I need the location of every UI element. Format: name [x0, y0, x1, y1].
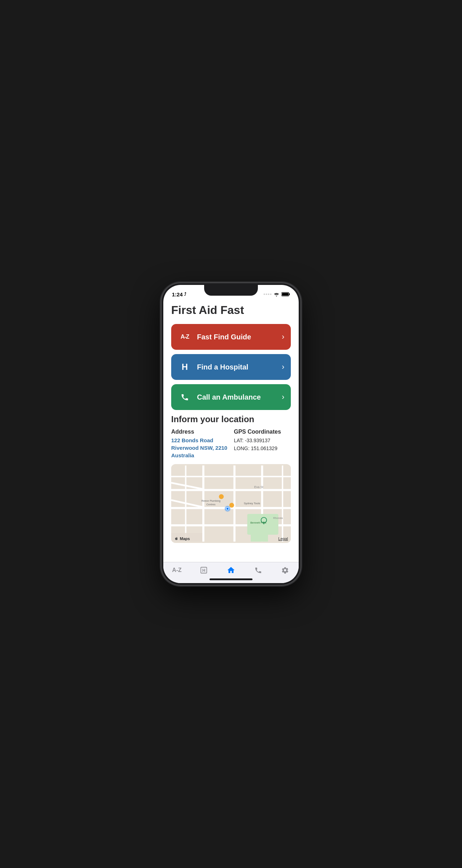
map-attribution: Maps — [174, 536, 190, 541]
svg-text:Rhonda: Rhonda — [273, 516, 283, 520]
hospital-label: Find a Hospital — [197, 363, 277, 371]
tab-az-icon: A-Z — [172, 567, 182, 573]
phone-icon — [178, 390, 192, 404]
battery-icon — [281, 292, 290, 296]
tab-az[interactable]: A-Z — [163, 567, 191, 573]
svg-point-21 — [219, 494, 224, 499]
long-value: LONG: 151.061329 — [234, 444, 291, 452]
address-value: 122 Bonds Road Riverwood NSW, 2210 Austr… — [171, 437, 228, 459]
svg-rect-2 — [282, 293, 288, 296]
main-content: First Aid Fast A-Z Fast Find Guide › H F… — [163, 301, 299, 562]
tab-home-icon — [227, 566, 235, 574]
notch — [204, 285, 258, 296]
tab-phone-icon — [254, 566, 262, 574]
svg-rect-1 — [289, 293, 290, 295]
svg-text:Bennett Park: Bennett Park — [250, 521, 266, 524]
hospital-h-icon: H — [178, 360, 192, 374]
location-section-title: Inform your location — [171, 414, 291, 424]
fast-find-guide-button[interactable]: A-Z Fast Find Guide › — [171, 324, 291, 350]
svg-rect-7 — [171, 476, 291, 477]
chevron-icon-green: › — [282, 392, 284, 402]
map-svg: Eva St Rhonda Reece Plumbing Centres Syd… — [171, 464, 291, 543]
phone-frame: 1:24 ⤴ — [161, 283, 301, 585]
call-ambulance-button[interactable]: Call an Ambulance › — [171, 384, 291, 410]
screen: 1:24 ⤴ — [163, 285, 299, 583]
svg-text:Sydney Tools: Sydney Tools — [244, 502, 260, 505]
address-block: Address 122 Bonds Road Riverwood NSW, 22… — [171, 429, 228, 459]
status-time: 1:24 ⤴ — [172, 291, 186, 297]
svg-rect-12 — [282, 466, 283, 542]
az-icon: A-Z — [178, 330, 192, 344]
svg-rect-4 — [171, 489, 291, 491]
fast-find-label: Fast Find Guide — [197, 333, 277, 341]
chevron-icon-red: › — [282, 332, 284, 342]
tab-hospital-icon: H — [200, 566, 208, 574]
svg-point-28 — [226, 507, 229, 510]
map-container[interactable]: Eva St Rhonda Reece Plumbing Centres Syd… — [171, 464, 291, 543]
address-label: Address — [171, 429, 228, 435]
tab-hospital[interactable]: H — [191, 566, 218, 574]
location-info: Address 122 Bonds Road Riverwood NSW, 22… — [171, 429, 291, 459]
svg-text:Centres: Centres — [206, 503, 216, 506]
svg-text:H: H — [202, 568, 206, 573]
gps-block: GPS Coordinates LAT: -33.939137 LONG: 15… — [234, 429, 291, 459]
tab-settings[interactable] — [271, 566, 299, 574]
tab-gear-icon — [281, 566, 289, 574]
home-indicator — [210, 578, 252, 580]
apple-logo-icon — [174, 536, 178, 541]
map-legal[interactable]: Legal — [278, 536, 288, 541]
svg-rect-8 — [202, 466, 204, 542]
gps-label: GPS Coordinates — [234, 429, 291, 435]
tab-phone[interactable] — [245, 566, 272, 574]
svg-text:Reece Plumbing: Reece Plumbing — [202, 499, 221, 502]
find-hospital-button[interactable]: H Find a Hospital › — [171, 354, 291, 380]
ambulance-label: Call an Ambulance — [197, 393, 277, 401]
page-title: First Aid Fast — [171, 304, 291, 317]
chevron-icon-blue: › — [282, 362, 284, 372]
wifi-icon — [274, 292, 279, 296]
svg-rect-16 — [251, 529, 268, 542]
lat-value: LAT: -33.939137 — [234, 437, 291, 444]
signal-dots-icon — [264, 294, 271, 295]
location-icon: ⤴ — [184, 292, 186, 297]
status-icons — [264, 292, 290, 296]
svg-rect-9 — [234, 466, 236, 542]
tab-home[interactable] — [217, 566, 245, 574]
time-display: 1:24 — [172, 291, 183, 297]
svg-text:Eva St: Eva St — [254, 485, 264, 489]
